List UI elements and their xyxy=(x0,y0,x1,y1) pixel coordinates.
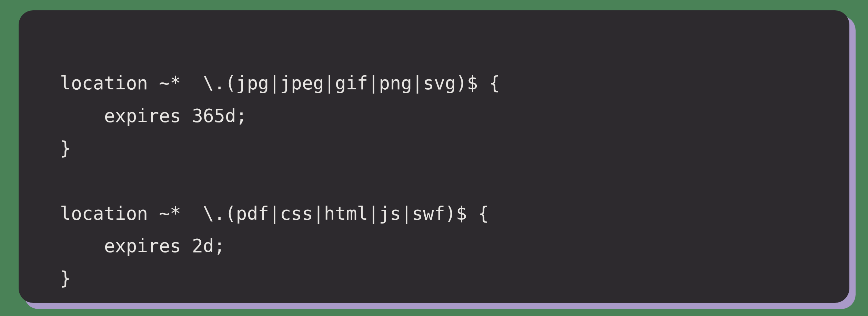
code-line: expires 365d; xyxy=(60,105,247,126)
code-line: location ~* \.(jpg|jpeg|gif|png|svg)$ { xyxy=(60,72,500,93)
code-line: expires 2d; xyxy=(60,235,225,256)
code-block[interactable]: location ~* \.(jpg|jpeg|gif|png|svg)$ { … xyxy=(19,10,849,303)
code-block-container: location ~* \.(jpg|jpeg|gif|png|svg)$ { … xyxy=(0,0,868,316)
code-line: } xyxy=(60,138,71,159)
code-line: location ~* \.(pdf|css|html|js|swf)$ { xyxy=(60,203,489,224)
code-line: } xyxy=(60,268,71,289)
